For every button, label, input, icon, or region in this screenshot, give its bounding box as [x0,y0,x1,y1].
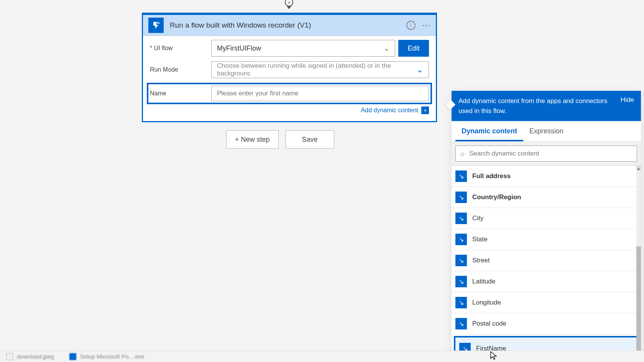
list-item[interactable]: ↘ Latitude [452,271,641,292]
list-item-label: Country/Region [472,193,521,201]
connector-icon: ↘ [455,234,467,245]
connector-icon: ↘ [455,213,467,224]
uiflow-value: MyFirstUIFlow [217,44,261,52]
list-item-label: Latitude [472,278,496,285]
taskbar-item[interactable]: download.jpeg [6,353,54,360]
new-step-button[interactable]: + New step [226,130,279,149]
dynamic-content-list: ↘ Full address ↘ Country/Region ↘ City ↘… [452,166,641,362]
taskbar: download.jpeg Setup Microsoft Po....exe [0,351,644,362]
list-item-label: Full address [472,172,511,180]
connector-icon: ↘ [455,170,467,182]
name-row-highlight: Name [147,83,432,104]
panel-header: Add dynamic content from the apps and co… [452,91,641,121]
list-item[interactable]: ↘ Longitude [452,292,641,313]
more-icon[interactable]: ··· [422,20,430,30]
uiflow-row: * UI flow MyFirstUIFlow ⌄ Edit [150,40,429,57]
runmode-row: Run Mode Choose between running while si… [150,61,429,78]
scrollbar[interactable]: ▲ [636,166,641,362]
file-icon [6,353,13,360]
add-step-node[interactable]: + [285,0,293,7]
uiflow-label: * UI flow [150,45,211,52]
list-item-label: Postal code [472,320,506,328]
connector-icon: ↘ [455,297,467,308]
plus-icon: + [421,106,429,114]
name-input[interactable] [211,86,429,101]
search-input[interactable] [469,150,632,157]
taskbar-item-label: download.jpeg [17,353,54,360]
runmode-select[interactable]: Choose between running while signed in (… [211,61,429,78]
add-dynamic-content-link[interactable]: Add dynamic content + [150,106,429,114]
connector-icon: ↘ [455,255,467,266]
list-item-label: Street [472,257,490,264]
taskbar-item-label: Setup Microsoft Po....exe [80,353,145,360]
app-icon [69,353,76,360]
list-item-label: City [472,215,483,222]
uiflow-select[interactable]: MyFirstUIFlow ⌄ [211,40,395,57]
card-title: Run a flow built with Windows recorder (… [170,21,406,29]
search-box[interactable]: ⌕ [455,146,637,162]
list-item[interactable]: ↘ Full address [452,166,641,187]
ui-flow-icon [148,18,164,33]
connector-icon: ↘ [455,192,467,203]
list-item-label: Longitude [472,299,501,306]
search-icon: ⌕ [460,150,465,158]
info-icon[interactable]: i [406,21,416,30]
list-item-label: State [472,236,488,243]
panel-tabs: Dynamic content Expression [452,121,641,142]
connector-icon: ↘ [455,318,467,329]
name-label: Name [150,90,211,97]
tab-dynamic-content[interactable]: Dynamic content [455,121,523,141]
edit-button[interactable]: Edit [398,40,429,57]
dynamic-content-panel: Add dynamic content from the apps and co… [452,91,641,362]
list-item[interactable]: ↘ State [452,229,641,250]
list-item[interactable]: ↘ City [452,208,641,229]
card-header[interactable]: Run a flow built with Windows recorder (… [143,14,436,36]
runmode-placeholder: Choose between running while signed in (… [217,62,416,77]
flow-action-card: Run a flow built with Windows recorder (… [142,13,437,122]
panel-header-text: Add dynamic content from the apps and co… [458,96,613,116]
save-button[interactable]: Save [286,130,334,149]
scroll-up-icon[interactable]: ▲ [636,166,641,171]
connector-icon: ↘ [455,276,467,287]
taskbar-item[interactable]: Setup Microsoft Po....exe [69,353,145,360]
list-item[interactable]: ↘ Street [452,250,641,271]
chevron-down-icon: ⌄ [384,44,389,52]
chevron-down-icon: ⌄ [416,65,423,75]
list-item[interactable]: ↘ Country/Region [452,187,641,208]
tab-expression[interactable]: Expression [523,121,570,141]
scrollbar-thumb[interactable] [636,246,641,354]
list-item[interactable]: ↘ Postal code [452,313,641,334]
runmode-label: Run Mode [150,66,211,73]
hide-link[interactable]: Hide [621,96,634,104]
